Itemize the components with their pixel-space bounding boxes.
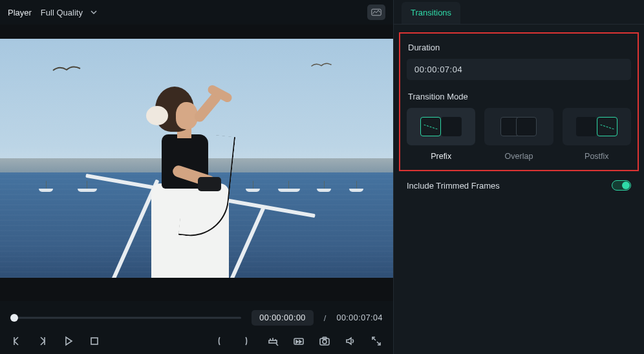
quality-value: Full Quality xyxy=(41,8,83,17)
volume-button[interactable] xyxy=(344,335,357,348)
mode-postfix[interactable]: Postfix xyxy=(563,108,631,161)
transition-settings-highlight: Duration Transition Mode Prefix Overlap … xyxy=(399,32,639,171)
svg-rect-0 xyxy=(372,9,381,16)
mode-prefix-label: Prefix xyxy=(431,152,451,161)
fullscreen-button[interactable] xyxy=(370,335,383,348)
tab-transitions[interactable]: Transitions xyxy=(402,2,460,24)
quality-select[interactable]: Full Quality xyxy=(41,8,97,17)
snapshot-button[interactable] xyxy=(318,335,331,348)
markers-button[interactable] xyxy=(266,335,279,348)
next-frame-button[interactable] xyxy=(36,335,49,348)
inspector-panel: Transitions Duration Transition Mode Pre… xyxy=(393,0,644,354)
tab-bar: Transitions xyxy=(394,0,644,25)
mode-prefix[interactable]: Prefix xyxy=(407,108,475,161)
transition-mode-label: Transition Mode xyxy=(408,92,630,101)
chevron-down-icon xyxy=(91,9,97,16)
include-trimmed-toggle[interactable] xyxy=(612,180,631,191)
duration-label: Duration xyxy=(408,43,630,52)
stop-button[interactable] xyxy=(88,335,101,348)
svg-rect-3 xyxy=(294,338,303,344)
mode-overlap[interactable]: Overlap xyxy=(484,108,553,161)
duration-field[interactable] xyxy=(407,59,631,80)
mark-in-button[interactable] xyxy=(215,335,228,348)
player-controls: 00:00:00:00 / 00:00:07:04 xyxy=(0,301,393,354)
include-trimmed-label: Include Trimmed Frames xyxy=(407,181,500,191)
scopes-button[interactable] xyxy=(367,5,385,20)
current-time[interactable]: 00:00:00:00 xyxy=(252,310,314,326)
mode-overlap-label: Overlap xyxy=(505,152,533,161)
mark-out-button[interactable] xyxy=(241,335,253,348)
scopes-icon xyxy=(371,8,381,16)
video-preview[interactable] xyxy=(0,25,393,301)
time-separator: / xyxy=(324,313,327,323)
player-panel: Player Full Quality xyxy=(0,0,393,354)
seek-slider[interactable] xyxy=(10,313,241,322)
svg-rect-1 xyxy=(91,338,98,344)
svg-rect-2 xyxy=(269,340,277,343)
player-header: Player Full Quality xyxy=(0,0,393,25)
play-button[interactable] xyxy=(62,335,75,348)
total-time: 00:00:07:04 xyxy=(336,313,383,322)
mode-postfix-label: Postfix xyxy=(585,152,609,161)
prev-frame-button[interactable] xyxy=(10,335,23,348)
svg-point-5 xyxy=(323,340,327,344)
player-label: Player xyxy=(8,8,32,17)
loop-button[interactable] xyxy=(292,335,305,348)
